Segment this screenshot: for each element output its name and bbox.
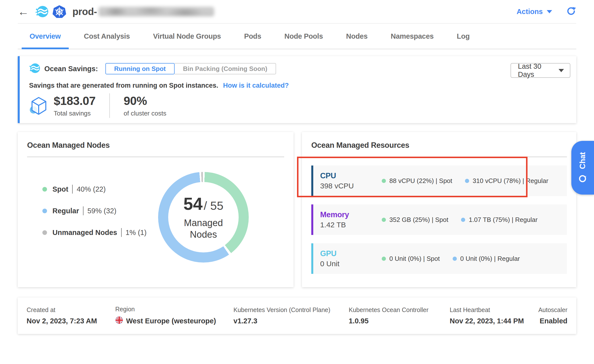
info-value: West Europe (westeurope): [126, 317, 216, 325]
actions-label: Actions: [517, 8, 543, 16]
info-label: Kubernetes Version (Control Plane): [233, 306, 349, 314]
ocean-savings-icon: [29, 63, 40, 75]
period-dropdown-value: Last 30 Days: [518, 62, 559, 79]
ocean-logo-icon: [35, 5, 49, 18]
refresh-button[interactable]: [566, 6, 576, 17]
stat-text: 0 Unit (0%) | Regular: [460, 255, 520, 263]
donut-center: 54 / 55 Managed Nodes: [168, 182, 239, 252]
info-value: v1.27.3: [233, 317, 349, 325]
tab-overview[interactable]: Overview: [30, 24, 61, 49]
back-arrow-icon[interactable]: ←: [18, 6, 29, 17]
info-last-heartbeat: Last Heartbeat Nov 22, 2023, 1:44 PM: [450, 306, 538, 325]
legend-divider: [121, 228, 122, 237]
total-savings-label: Total savings: [54, 110, 96, 117]
stat-text: 88 vCPU (22%) | Spot: [389, 177, 452, 185]
managed-nodes-total: / 55: [204, 199, 223, 212]
tab-pods[interactable]: Pods: [244, 24, 261, 49]
total-savings-value: $183.07: [54, 94, 96, 108]
legend-value: 1% (1): [126, 229, 147, 237]
stat-text: 352 GB (25%) | Spot: [389, 216, 448, 224]
cpu-regular-stat: 310 vCPU (78%) | Regular: [465, 177, 548, 185]
chevron-down-icon: [547, 10, 552, 13]
legend-label: Spot: [52, 185, 68, 193]
regular-dot-icon: [42, 209, 47, 213]
info-autoscaler: Autoscaler Enabled: [538, 306, 567, 325]
stat-text: 0 Unit (0%) | Spot: [389, 255, 440, 263]
uk-flag-icon: [115, 316, 123, 326]
info-value: Enabled: [538, 317, 567, 325]
memory-spot-stat: 352 GB (25%) | Spot: [382, 216, 448, 224]
cluster-info-bar: Created at Nov 2, 2023, 7:23 AM Region: [18, 298, 576, 334]
tab-nodes[interactable]: Nodes: [346, 24, 367, 49]
actions-button[interactable]: Actions: [517, 8, 552, 16]
resource-total: 1.42 TB: [320, 221, 382, 229]
tab-bar: Overview Cost Analysis Virtual Node Grou…: [18, 24, 576, 49]
resource-name: Memory: [320, 210, 382, 219]
legend-divider: [72, 185, 73, 194]
legend-item-spot: Spot 40% (22): [42, 185, 148, 194]
info-region: Region West Europe (westeurope): [115, 306, 233, 326]
memory-regular-stat: 1.07 TB (75%) | Regular: [461, 216, 537, 224]
savings-section-label: Ocean Savings:: [44, 65, 98, 73]
tab-cost-analysis[interactable]: Cost Analysis: [84, 24, 130, 49]
stat-text: 1.07 TB (75%) | Regular: [469, 216, 537, 224]
gpu-regular-stat: 0 Unit (0%) | Regular: [453, 255, 520, 263]
legend-value: 59% (32): [87, 207, 116, 215]
page-title: prod-: [72, 6, 97, 17]
info-created-at: Created at Nov 2, 2023, 7:23 AM: [27, 306, 115, 325]
tab-log[interactable]: Log: [457, 24, 470, 49]
regular-dot-icon: [453, 257, 457, 261]
divider: [109, 93, 110, 118]
managed-nodes-count: 54: [183, 194, 203, 214]
toggle-bin-packing[interactable]: Bin Packing (Coming Soon): [175, 63, 276, 74]
unmanaged-dot-icon: [42, 230, 47, 235]
ocean-managed-nodes-card: Ocean Managed Nodes Spot 40% (22) Regula…: [18, 132, 294, 287]
kubernetes-logo-icon: [52, 4, 66, 19]
resource-name: GPU: [320, 249, 382, 258]
ocean-managed-resources-card: Ocean Managed Resources CPU 398 vCPU 88 …: [302, 132, 576, 287]
tab-namespaces[interactable]: Namespaces: [391, 24, 434, 49]
savings-cube-icon: [29, 96, 48, 117]
resources-card-title: Ocean Managed Resources: [311, 141, 567, 150]
resource-row-gpu: GPU 0 Unit 0 Unit (0%) | Spot 0 Unit (0%…: [311, 243, 567, 274]
legend-divider: [83, 206, 83, 215]
legend-item-unmanaged: Unmanaged Nodes 1% (1): [42, 228, 148, 237]
divider: [311, 157, 567, 157]
regular-dot-icon: [461, 218, 465, 222]
spot-dot-icon: [382, 179, 386, 183]
cpu-spot-stat: 88 vCPU (22%) | Spot: [382, 177, 452, 185]
resource-row-cpu: CPU 398 vCPU 88 vCPU (22%) | Spot 310 vC…: [311, 165, 567, 196]
legend-value: 40% (22): [77, 185, 106, 193]
toggle-running-on-spot[interactable]: Running on Spot: [105, 63, 175, 74]
savings-percent-value: 90%: [124, 94, 166, 108]
info-value: Nov 2, 2023, 7:23 AM: [27, 317, 115, 325]
gpu-spot-stat: 0 Unit (0%) | Spot: [382, 255, 440, 263]
savings-toggle: Running on Spot Bin Packing (Coming Soon…: [105, 63, 276, 74]
topbar: ←: [18, 0, 576, 24]
chat-button[interactable]: Chat: [571, 141, 594, 195]
page: ←: [0, 0, 594, 364]
regular-dot-icon: [465, 179, 469, 183]
tab-virtual-node-groups[interactable]: Virtual Node Groups: [153, 24, 221, 49]
info-label: Created at: [27, 306, 115, 314]
spot-dot-icon: [382, 257, 386, 261]
ocean-savings-panel: Ocean Savings: Running on Spot Bin Packi…: [18, 56, 576, 123]
chat-bubble-icon: [578, 174, 587, 183]
managed-nodes-donut-chart: 54 / 55 Managed Nodes: [158, 172, 249, 263]
legend-label: Unmanaged Nodes: [52, 229, 117, 237]
period-dropdown[interactable]: Last 30 Days: [511, 63, 570, 78]
spot-dot-icon: [42, 187, 47, 192]
how-calculated-link[interactable]: How is it calculated?: [223, 82, 289, 89]
info-label: Last Heartbeat: [450, 306, 538, 314]
resource-total: 398 vCPU: [320, 182, 382, 190]
savings-percent-label: of cluster costs: [124, 110, 166, 117]
tab-node-pools[interactable]: Node Pools: [284, 24, 323, 49]
info-label: Kubernetes Ocean Controller: [349, 306, 450, 314]
info-value: Nov 22, 2023, 1:44 PM: [450, 317, 538, 325]
nodes-card-title: Ocean Managed Nodes: [27, 141, 284, 150]
donut-label: Managed Nodes: [176, 217, 231, 241]
info-k8s-version: Kubernetes Version (Control Plane) v1.27…: [233, 306, 349, 325]
resource-total: 0 Unit: [320, 260, 382, 268]
savings-description: Savings that are generated from running …: [29, 82, 218, 89]
chevron-down-icon: [559, 69, 564, 72]
